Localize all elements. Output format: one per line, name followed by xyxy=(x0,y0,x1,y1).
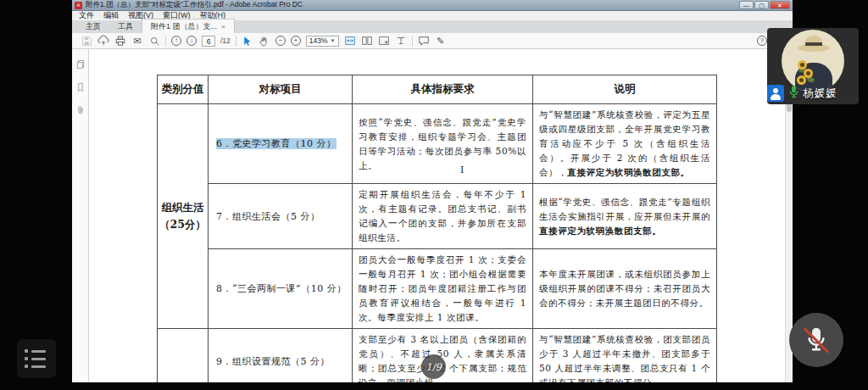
acrobat-window: A 附件1.团（总）支部“对标定级”工作指引.pdf - Adobe Acrob… xyxy=(72,0,793,382)
note-cell: 本年度未开展团课，或未组织团员参加上级组织开展的团课不得分；未召开团员大会的不得… xyxy=(533,249,717,329)
requirement-cell: 团员大会一般每季度召开 1 次；支委会一般每月召开 1 次；团小组会根据需要随时… xyxy=(353,249,533,329)
item-cell[interactable]: 6．党史学习教育（10 分） xyxy=(209,104,353,184)
select-tool-icon[interactable] xyxy=(242,35,253,47)
previous-page-icon[interactable]: ↑ xyxy=(171,36,181,46)
highlighted-text: 6．党史学习教育（10 分） xyxy=(216,138,337,149)
participant-name: 杨媛媛 xyxy=(803,86,837,101)
print-icon[interactable] xyxy=(114,35,126,47)
item-cell: 7．组织生活会（5 分） xyxy=(209,184,353,249)
search-icon[interactable] xyxy=(148,35,160,47)
page-number-input[interactable]: 6 xyxy=(202,36,215,47)
tab-close-icon[interactable]: × xyxy=(221,23,225,31)
note-cell: 根据“学党史、强信念、跟党走”专题组织生活会实施指引开展，应开展但未开展的直接评… xyxy=(533,184,717,249)
evaluation-table: 类别分值 对标项目 具体指标要求 说明 组织生活 （25分） 6．党史学习教育（… xyxy=(157,75,717,382)
maximize-button[interactable]: ▢ xyxy=(754,1,769,9)
tab-document-label: 附件1 团（总）支... xyxy=(151,21,217,32)
fit-width-icon[interactable] xyxy=(344,35,356,47)
participant-tile[interactable]: 杨媛媛 xyxy=(767,28,859,104)
close-button[interactable]: ✕ xyxy=(770,1,790,9)
table-row: 组织生活 （25分） 6．党史学习教育（10 分） 按照“学党史、强信念、跟党走… xyxy=(158,104,717,184)
page-thumbnails-icon[interactable] xyxy=(75,58,86,73)
header-category: 类别分值 xyxy=(158,75,209,104)
help-icon[interactable]: ? xyxy=(757,36,767,46)
header-requirement: 具体指标要求 xyxy=(353,75,533,104)
participant-info-row: 杨媛媛 xyxy=(767,84,859,103)
note-cell: 与“智慧团建”系统核查校验，团支部团员少于 3 人超过半年未撤并、团支部多于 5… xyxy=(533,329,717,383)
presentation-icon[interactable] xyxy=(395,35,407,47)
mute-microphone-button[interactable] xyxy=(789,313,843,367)
list-icon xyxy=(25,349,56,353)
window-title: 附件1.团（总）支部“对标定级”工作指引.pdf - Adobe Acrobat… xyxy=(86,0,736,10)
requirement-cell: 按照“学党史、强信念、跟党走”党史学习教育安排，组织专题学习会、主题团日等学习活… xyxy=(353,104,533,184)
requirement-cell: 定期开展组织生活会，每年不少于 1 次，有主题有记录。团总支书记、副书记编入一个… xyxy=(353,184,533,249)
bookmarks-icon[interactable] xyxy=(75,81,86,96)
page-view-icon[interactable] xyxy=(361,35,373,47)
next-page-icon[interactable]: ↓ xyxy=(186,36,197,46)
chevron-down-icon: ▼ xyxy=(331,38,336,43)
tab-home[interactable]: 主页 xyxy=(77,20,109,33)
tab-bar: 主页 工具 附件1 团（总）支... × xyxy=(72,21,793,33)
minimize-button[interactable]: — xyxy=(739,1,754,9)
zoom-level-select[interactable]: 143% ▼ xyxy=(306,36,339,47)
email-icon[interactable]: ✉ xyxy=(131,35,143,47)
document-area: 类别分值 对标项目 具体指标要求 说明 组织生活 （25分） 6．党史学习教育（… xyxy=(72,49,793,382)
table-row: 8．“三会两制一课”（10 分） 团员大会一般每季度召开 1 次；支委会一般每月… xyxy=(158,249,717,329)
conference-screen: A 附件1.团（总）支部“对标定级”工作指引.pdf - Adobe Acrob… xyxy=(0,0,868,390)
navigation-pane xyxy=(72,49,89,382)
toolbar: ✉ ↑ ↓ 6 /12 − + 143% ▼ xyxy=(72,33,793,49)
header-note: 说明 xyxy=(533,75,717,104)
category-cell: 组织生活 （25分） xyxy=(158,104,209,329)
header-item: 对标项目 xyxy=(209,75,353,104)
category-cell: 制度落实 （20分） xyxy=(158,329,209,383)
avatar xyxy=(782,30,844,92)
participant-list-icon[interactable] xyxy=(767,85,784,102)
text-cursor-icon: I xyxy=(460,164,464,176)
table-header-row: 类别分值 对标项目 具体指标要求 说明 xyxy=(158,75,717,104)
tab-document[interactable]: 附件1 团（总）支... × xyxy=(142,19,235,33)
page-total-label: /12 xyxy=(220,36,231,45)
item-cell: 8．“三会两制一课”（10 分） xyxy=(209,249,353,329)
zoom-in-icon[interactable]: + xyxy=(291,36,301,46)
tab-tools[interactable]: 工具 xyxy=(109,20,142,33)
full-screen-icon[interactable] xyxy=(378,35,390,47)
share-page-badge: 1/9 xyxy=(421,354,446,379)
member-list-button[interactable] xyxy=(17,339,56,378)
pencil-icon[interactable]: ✎ xyxy=(435,35,447,47)
item-cell: 9．组织设置规范（5 分） xyxy=(209,329,353,383)
hand-tool-icon[interactable] xyxy=(259,35,270,47)
note-cell: 与“智慧团建”系统核查校验，评定为五星级或四星级团支部，全年开展党史学习教育活动… xyxy=(533,104,717,184)
cloud-upload-icon[interactable] xyxy=(97,35,109,47)
attachments-icon[interactable] xyxy=(75,103,86,119)
save-icon[interactable] xyxy=(81,35,92,47)
table-row: 7．组织生活会（5 分） 定期开展组织生活会，每年不少于 1 次，有主题有记录。… xyxy=(158,184,717,249)
comment-icon[interactable] xyxy=(418,35,430,47)
zoom-out-icon[interactable]: − xyxy=(275,36,286,46)
sunflower-icon xyxy=(798,60,807,70)
mic-active-icon xyxy=(787,85,800,103)
acrobat-app-icon: A xyxy=(75,2,82,9)
zoom-level-value: 143% xyxy=(309,36,328,45)
